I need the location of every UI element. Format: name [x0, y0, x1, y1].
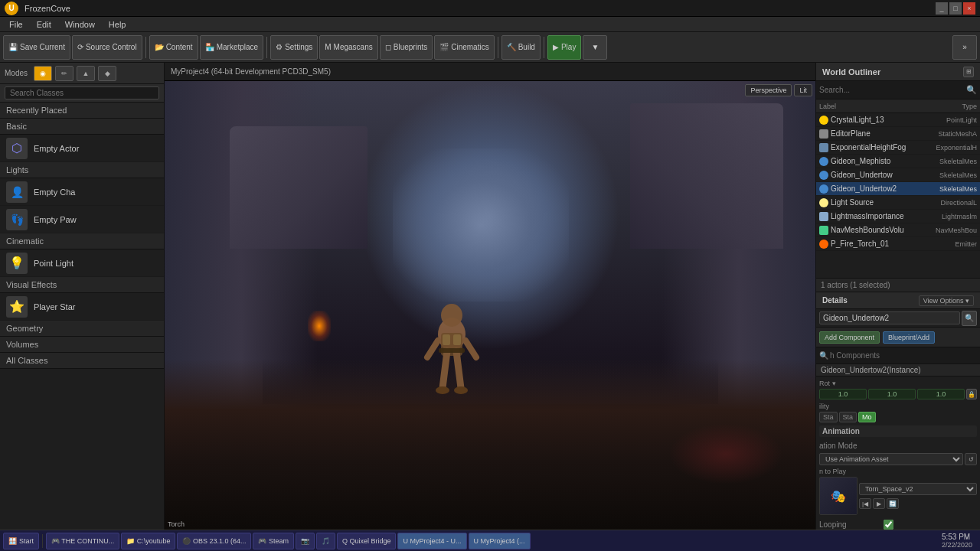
anim-reset-btn[interactable]: ↺ [965, 453, 977, 465]
actor-empty-actor[interactable]: ⬡ Empty Actor [0, 135, 164, 162]
menu-file[interactable]: File [3, 18, 29, 31]
mode-place[interactable]: ◉ [34, 66, 52, 81]
menu-window[interactable]: Window [59, 18, 101, 31]
details-name-input[interactable] [819, 311, 960, 324]
category-volumes[interactable]: Volumes [0, 337, 164, 353]
scene-view[interactable]: Perspective Lit Torch [165, 81, 815, 530]
anim-asset-select[interactable]: Torn_Space_v2 [859, 483, 977, 495]
category-visual-effects[interactable]: Visual Effects [0, 277, 164, 293]
svg-line-2 [427, 341, 438, 357]
toolbar-play[interactable]: ▶ Play [547, 35, 581, 60]
anim-mode-select[interactable]: Use Animation Asset [819, 453, 963, 465]
perspective-btn[interactable]: Perspective [745, 84, 792, 96]
world-outliner-header: World Outliner ⊞ [816, 63, 980, 81]
wo-item-lightsource[interactable]: Light Source DirectionalL [816, 196, 980, 210]
svg-rect-9 [439, 348, 465, 353]
anim-play-btn[interactable]: ▶ [873, 498, 885, 509]
toolbar-cinematics[interactable]: 🎬 Cinematics [434, 35, 494, 60]
toolbar-blueprints[interactable]: ◻ Blueprints [380, 35, 433, 60]
actor-empty-cha-label: Empty Cha [34, 187, 75, 197]
category-recently-placed[interactable]: Recently Placed [0, 103, 164, 119]
category-geometry[interactable]: Geometry [0, 321, 164, 337]
rot-x[interactable]: 1.0 [819, 389, 867, 399]
search-icon: 🔍 [966, 85, 977, 95]
wo-gideon-undertow-type: SkeletalMes [939, 171, 977, 179]
menu-edit[interactable]: Edit [31, 18, 57, 31]
toolbar-source-control[interactable]: ⟳ Source Control [72, 35, 142, 60]
wo-item-gideon-mephisto[interactable]: Gideon_Mephisto SkeletalMes [816, 155, 980, 168]
anim-next-btn[interactable]: 🔄 [887, 498, 899, 509]
actor-empty-paw[interactable]: 👣 Empty Paw [0, 206, 164, 233]
category-all-classes[interactable]: All Classes [0, 353, 164, 369]
wo-gideon-undertow2-type: SkeletalMes [939, 185, 977, 193]
wo-item-gideon-undertow[interactable]: Gideon_Undertow SkeletalMes [816, 168, 980, 182]
left-panel: Modes ◉ ✏ ▲ ◆ Recently Placed Basic ⬡ Em… [0, 63, 165, 530]
category-lights[interactable]: Lights [0, 162, 164, 178]
wo-item-crystallight[interactable]: CrystalLight_13 PointLight [816, 113, 980, 127]
wo-expand-btn[interactable]: ⊞ [963, 67, 974, 77]
taskbar-item-youtube[interactable]: 📁 C:\youtube [121, 533, 175, 549]
wo-fog-name: ExponentialHeightFog [831, 143, 933, 152]
torch-glow [308, 311, 331, 341]
taskbar-item-continuum[interactable]: 🎮 THE CONTINU... [46, 533, 119, 549]
rot-lock[interactable]: 🔒 [966, 389, 977, 399]
viewport-content[interactable]: Perspective Lit Torch [165, 81, 815, 530]
taskbar-item-myproject-4[interactable]: U MyProject4 (... [469, 533, 531, 549]
wo-search-input[interactable] [819, 86, 966, 94]
lit-btn[interactable]: Lit [794, 84, 812, 96]
toolbar-content[interactable]: 📂 Content [149, 35, 198, 60]
mob-stationary[interactable]: Sta [839, 412, 858, 422]
toolbar-build[interactable]: 🔨 Build [501, 35, 541, 60]
actor-player-star[interactable]: ⭐ Player Star [0, 293, 164, 321]
menu-help[interactable]: Help [103, 18, 132, 31]
details-search-bar: 🔍 [816, 347, 980, 364]
mode-foliage[interactable]: ◆ [98, 66, 116, 81]
start-button[interactable]: 🪟 Start [3, 533, 39, 549]
mode-landscape[interactable]: ▲ [77, 66, 95, 81]
details-search-input[interactable] [830, 351, 977, 360]
taskbar-item-obs[interactable]: ⚫ OBS 23.1.0 (64... [177, 533, 251, 549]
actor-point-light[interactable]: 💡 Point Light [0, 249, 164, 277]
actor-empty-cha[interactable]: 👤 Empty Cha [0, 178, 164, 206]
mob-movable[interactable]: Mo [858, 412, 876, 422]
wo-item-navmesh[interactable]: NavMeshBoundsVolu NavMeshBou [816, 223, 980, 237]
viewport-title: MyProject4 (64-bit Development PCD3D_SM5… [171, 67, 331, 76]
minimize-button[interactable]: _ [936, 2, 948, 15]
viewport[interactable]: MyProject4 (64-bit Development PCD3D_SM5… [165, 63, 815, 530]
wo-item-gideon-undertow2[interactable]: Gideon_Undertow2 SkeletalMes [816, 182, 980, 196]
rot-y[interactable]: 1.0 [868, 389, 916, 399]
add-component-btn[interactable]: Add Component [819, 331, 880, 344]
editorplane-icon [819, 129, 828, 139]
blueprint-add-btn[interactable]: Blueprint/Add [883, 331, 935, 344]
wo-item-exponentialheightfog[interactable]: ExponentialHeightFog ExponentialH [816, 141, 980, 155]
toolbar-megascans[interactable]: M Megascans [319, 35, 377, 60]
anim-prev-btn[interactable]: |◀ [859, 498, 871, 509]
looping-checkbox[interactable] [884, 520, 893, 530]
toolbar-expand[interactable]: » [952, 35, 977, 60]
toolbar-save-current[interactable]: 💾 Save Current [3, 35, 70, 60]
taskbar-item-myproject-u[interactable]: U MyProject4 - U... [397, 533, 466, 549]
close-button[interactable]: × [963, 2, 975, 15]
wo-item-lightmass[interactable]: LightmassImportance Lightmaslm [816, 210, 980, 223]
taskbar-item-quixel[interactable]: Q Quixel Bridge [337, 533, 397, 549]
taskbar-item-music[interactable]: 🎵 [316, 533, 335, 549]
mode-paint[interactable]: ✏ [55, 66, 74, 81]
toolbar-settings[interactable]: ⚙ Settings [270, 35, 318, 60]
toolbar-play-options[interactable]: ▼ [583, 35, 607, 60]
wo-col-type: Type [962, 103, 977, 110]
maximize-button[interactable]: □ [949, 2, 962, 15]
search-classes-input[interactable] [5, 86, 159, 99]
wo-item-editorplane[interactable]: EditorPlane StaticMeshA [816, 127, 980, 141]
lightmass-icon [819, 212, 828, 221]
taskbar-item-steam[interactable]: 🎮 Steam [253, 533, 294, 549]
category-cinematic[interactable]: Cinematic [0, 233, 164, 249]
wo-item-torch[interactable]: P_Fire_Torch_01 Emitter [816, 237, 980, 251]
rot-z[interactable]: 1.0 [917, 389, 965, 399]
toolbar-marketplace[interactable]: 🏪 Marketplace [200, 35, 263, 60]
category-basic[interactable]: Basic [0, 119, 164, 135]
animation-section: Animation ation Mode Use Animation Asset… [819, 425, 977, 530]
view-options-btn[interactable]: View Options ▾ [919, 295, 974, 306]
details-search-btn[interactable]: 🔍 [962, 311, 977, 326]
mob-static[interactable]: Sta [819, 412, 838, 422]
taskbar-item-photo[interactable]: 📷 [296, 533, 315, 549]
